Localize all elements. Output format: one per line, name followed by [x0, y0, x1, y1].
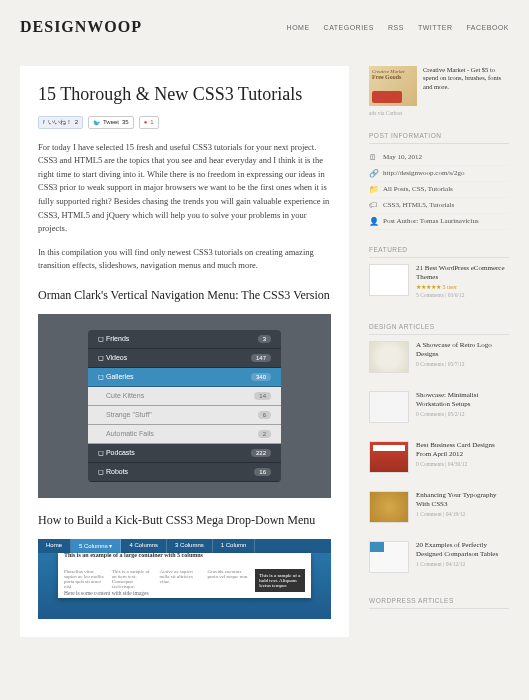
folder-icon: 📁 [369, 185, 378, 194]
design-articles-box: DESIGN ARTICLES A Showcase of Retro Logo… [369, 323, 509, 581]
rating-stars: ★★★★★ 5 user [416, 284, 509, 292]
info-item: 📁All Posts, CSS, Tutorials [369, 182, 509, 198]
demo-menu-item: Strange "Stuff"6 [88, 406, 281, 425]
post-info-box: POST INFORMATION 🗓May 10, 2012🔗http://de… [369, 132, 509, 230]
link-icon: 🔗 [369, 169, 378, 178]
nav-categories[interactable]: CATEGORIES [324, 24, 374, 31]
article-item-title[interactable]: Showcase: Minimalist Workstation Setups [416, 391, 509, 409]
design-article-item: A Showcase of Retro Logo Designs0 Commen… [369, 341, 509, 381]
date-icon: 🗓 [369, 153, 378, 162]
ad-image[interactable]: Creative MarketFree Goods [369, 66, 417, 106]
main-nav: HOME CATEGORIES RSS TWITTER FACEBOOK [287, 24, 509, 31]
article-meta: 0 Comments | 05/2/12 [416, 411, 509, 418]
info-text[interactable]: Post Author: Tomas Laurinavicius [383, 217, 479, 225]
info-text[interactable]: All Posts, CSS, Tutorials [383, 185, 453, 193]
article-thumb[interactable] [369, 491, 409, 523]
tutorial-image-1[interactable]: ◻ Friends3◻ Videos147◻ Galleries340Cute … [38, 314, 331, 498]
facebook-like-button[interactable]: f いいね！ 2 [38, 116, 83, 129]
demo-menu-item: Cute Kittens14 [88, 387, 281, 406]
article-title: 15 Thorough & New CSS3 Tutorials [38, 84, 331, 106]
wordpress-articles-box: WORDPRESS ARTICLES [369, 597, 509, 609]
user-icon: 👤 [369, 217, 378, 226]
wordpress-articles-title: WORDPRESS ARTICLES [369, 597, 509, 609]
post-info-title: POST INFORMATION [369, 132, 509, 144]
article-item-title[interactable]: A Showcase of Retro Logo Designs [416, 341, 509, 359]
article-meta: 1 Comment | 04/12/12 [416, 561, 509, 568]
info-text[interactable]: May 10, 2012 [383, 153, 422, 161]
article-item-title[interactable]: Enhancing Your Typography With CSS3 [416, 491, 509, 509]
tutorial-heading-1[interactable]: Orman Clark's Vertical Navigation Menu: … [38, 287, 331, 304]
article-thumb[interactable] [369, 391, 409, 423]
article-thumb[interactable] [369, 541, 409, 573]
tutorial-heading-2[interactable]: How to Build a Kick-Butt CSS3 Mega Drop-… [38, 512, 331, 529]
design-article-item: Enhancing Your Typography With CSS31 Com… [369, 491, 509, 531]
demo-menu-item: ◻ Podcasts222 [88, 444, 281, 463]
ad-box: Creative MarketFree Goods Creative Marke… [369, 66, 509, 116]
info-item: 🔗http://designwoop.com/s/2go [369, 166, 509, 182]
article-thumb[interactable] [369, 341, 409, 373]
demo-menu-item: ◻ Friends3 [88, 330, 281, 349]
featured-title: FEATURED [369, 246, 509, 258]
ad-attribution[interactable]: ads via Carbon [369, 110, 509, 116]
design-article-item: 20 Examples of Perfectly Designed Compar… [369, 541, 509, 581]
demo-menu-item: Automatic Fails2 [88, 425, 281, 444]
tweet-button[interactable]: 🐦Tweet 35 [88, 116, 134, 129]
design-article-item: Best Business Card Designs From April 20… [369, 441, 509, 481]
nav-rss[interactable]: RSS [388, 24, 404, 31]
design-articles-title: DESIGN ARTICLES [369, 323, 509, 335]
tag-icon: 🏷 [369, 201, 378, 210]
social-buttons: f いいね！ 2 🐦Tweet 35 ● 1 [38, 116, 331, 129]
featured-meta: 5 Comments | 03/6/12 [416, 292, 509, 299]
demo-menu-item: ◻ Galleries340 [88, 368, 281, 387]
info-text[interactable]: http://designwoop.com/s/2go [383, 169, 464, 177]
intro-paragraph-1: For today I have selected 15 fresh and u… [38, 141, 331, 236]
article-item-title[interactable]: 20 Examples of Perfectly Designed Compar… [416, 541, 509, 559]
article-meta: 0 Comments | 05/7/12 [416, 361, 509, 368]
gplus-button[interactable]: ● 1 [139, 116, 159, 129]
nav-twitter[interactable]: TWITTER [418, 24, 453, 31]
demo-menu-item: ◻ Videos147 [88, 349, 281, 368]
info-text[interactable]: CSS3, HTML5, Tutorials [383, 201, 454, 209]
info-item: 🏷CSS3, HTML5, Tutorials [369, 198, 509, 214]
featured-item-title[interactable]: 21 Best WordPress eCommerce Themes [416, 264, 509, 282]
info-item: 🗓May 10, 2012 [369, 150, 509, 166]
sidebar: Creative MarketFree Goods Creative Marke… [369, 66, 509, 637]
nav-facebook[interactable]: FACEBOOK [466, 24, 509, 31]
article-content: 15 Thorough & New CSS3 Tutorials f いいね！ … [20, 66, 349, 637]
article-meta: 1 Comment | 04/19/12 [416, 511, 509, 518]
article-thumb[interactable] [369, 441, 409, 473]
info-item: 👤Post Author: Tomas Laurinavicius [369, 214, 509, 230]
featured-box: FEATURED 21 Best WordPress eCommerce The… [369, 246, 509, 307]
demo-menu-item: ◻ Robots16 [88, 463, 281, 482]
ad-text[interactable]: Creative Market - Get $5 to spend on ico… [423, 66, 509, 106]
site-logo[interactable]: DESIGNWOOP [20, 18, 142, 36]
nav-home[interactable]: HOME [287, 24, 310, 31]
article-item-title[interactable]: Best Business Card Designs From April 20… [416, 441, 509, 459]
featured-thumb[interactable] [369, 264, 409, 296]
tutorial-image-2[interactable]: Home5 Columns ▾4 Columns3 Columns1 Colum… [38, 539, 331, 619]
design-article-item: Showcase: Minimalist Workstation Setups0… [369, 391, 509, 431]
article-meta: 0 Comments | 04/30/12 [416, 461, 509, 468]
intro-paragraph-2: In this compilation you will find only n… [38, 246, 331, 273]
